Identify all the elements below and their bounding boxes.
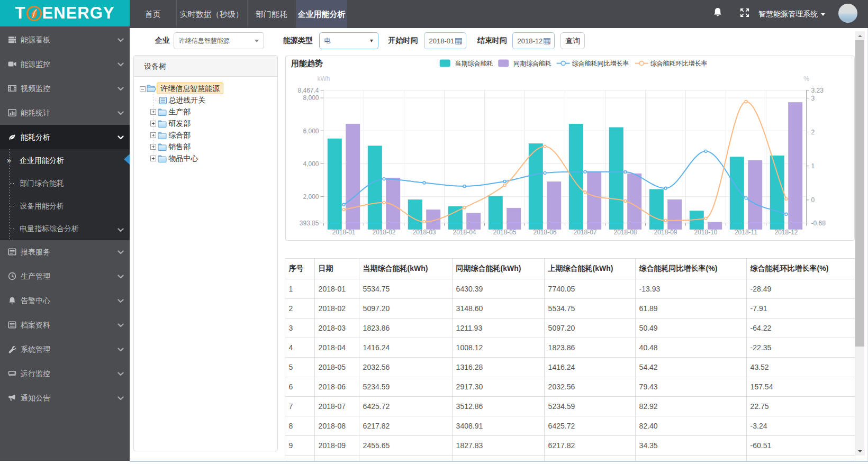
- svg-text:4,000: 4,000: [303, 160, 319, 168]
- svg-text:综合能耗同比增长率: 综合能耗同比增长率: [572, 60, 629, 67]
- svg-text:8,467.4: 8,467.4: [297, 87, 319, 94]
- svg-text:2018-09: 2018-09: [654, 229, 677, 236]
- svg-text:同期综合能耗: 同期综合能耗: [513, 60, 551, 67]
- svg-text:2018-12: 2018-12: [774, 229, 798, 236]
- svg-text:综合能耗环比增长率: 综合能耗环比增长率: [650, 60, 708, 67]
- svg-text:2018-08: 2018-08: [613, 229, 637, 236]
- svg-text:3: 3: [811, 95, 815, 102]
- svg-text:393.85: 393.85: [300, 220, 319, 227]
- svg-text:2018-04: 2018-04: [453, 229, 476, 236]
- svg-text:2,000: 2,000: [303, 193, 319, 201]
- svg-text:当期综合能耗: 当期综合能耗: [455, 60, 493, 67]
- svg-text:6,000: 6,000: [303, 128, 319, 135]
- svg-text:0: 0: [811, 196, 815, 204]
- svg-text:用能趋势: 用能趋势: [291, 59, 323, 68]
- svg-text:1: 1: [811, 162, 815, 170]
- svg-text:2018-02: 2018-02: [372, 229, 395, 236]
- svg-text:2018-01: 2018-01: [332, 229, 355, 236]
- svg-text:2018-03: 2018-03: [412, 229, 436, 236]
- svg-text:2018-05: 2018-05: [493, 229, 516, 236]
- svg-text:2018-07: 2018-07: [573, 229, 596, 236]
- svg-text:kWh: kWh: [318, 75, 330, 83]
- svg-text:8,000: 8,000: [303, 94, 319, 102]
- svg-text:-0.68: -0.68: [811, 220, 826, 227]
- svg-text:2: 2: [811, 129, 815, 136]
- svg-text:%: %: [803, 75, 809, 83]
- svg-text:2018-11: 2018-11: [735, 229, 757, 236]
- svg-text:2018-06: 2018-06: [533, 229, 556, 236]
- svg-text:2018-10: 2018-10: [694, 229, 717, 236]
- svg-text:3.23: 3.23: [811, 87, 824, 94]
